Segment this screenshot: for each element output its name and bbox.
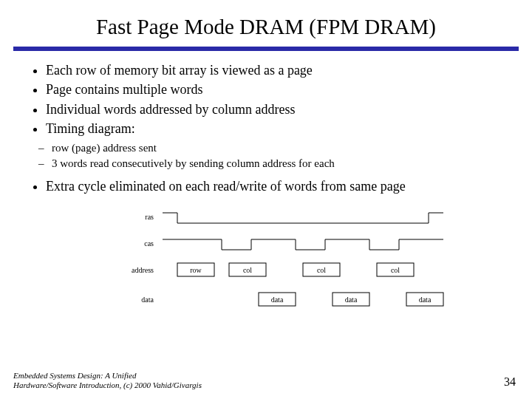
bullet-item: Individual words addressed by column add… [46,100,510,118]
data-val-1: data [271,296,284,304]
addr-col-1: col [243,266,252,274]
slide-title: Fast Page Mode DRAM (FPM DRAM) [0,0,532,47]
sub-bullet-list: row (page) address sent 3 words read con… [22,140,510,171]
bullet-item: Each row of memory bit array is viewed a… [46,61,510,79]
sub-bullet-item: row (page) address sent [52,140,510,155]
bullet-item: Page contains multiple words [46,81,510,98]
data-val-2: data [345,296,358,304]
addr-row: row [190,266,202,274]
addr-col-2: col [317,266,326,274]
sub-bullet-item: 3 words read consecutively by sending co… [52,156,510,171]
footer-line-2: Hardware/Software Introduction, (c) 2000… [13,381,202,389]
footer-line-1: Embedded Systems Design: A Unified [13,371,136,380]
bullet-item: Extra cycle eliminated on each read/writ… [46,177,510,195]
title-underline [13,47,519,51]
page-number: 34 [504,375,516,389]
timing-svg: row col col col data data data [74,208,458,327]
timing-diagram: ras cas address data row col col col [74,208,458,327]
bullet-list-2: Extra cycle eliminated on each read/writ… [22,177,510,195]
slide: Fast Page Mode DRAM (FPM DRAM) Each row … [0,0,532,399]
addr-col-3: col [391,266,400,274]
footer: Embedded Systems Design: A Unified Hardw… [13,371,202,390]
bullet-list: Each row of memory bit array is viewed a… [22,61,510,137]
data-val-3: data [419,296,432,304]
bullet-item: Timing diagram: [46,120,510,137]
content-area: Each row of memory bit array is viewed a… [0,61,532,195]
